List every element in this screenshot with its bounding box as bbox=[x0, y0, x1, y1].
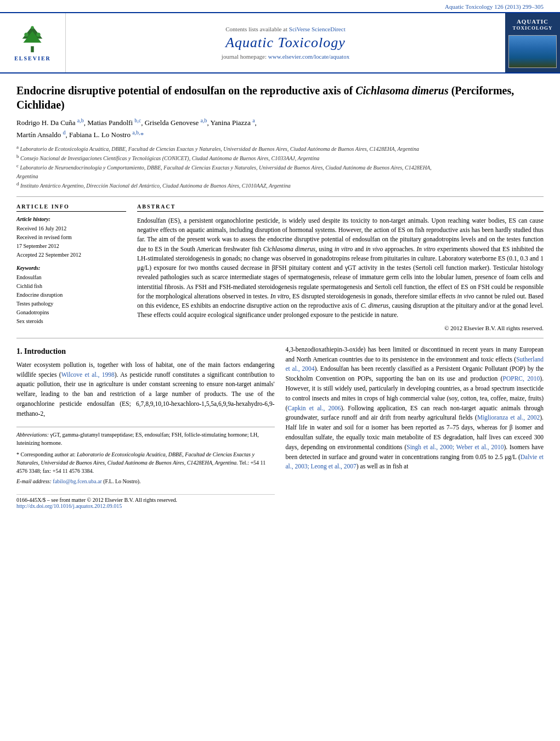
sciverse-line: Contents lists available at SciVerse Sci… bbox=[225, 26, 345, 32]
footnote-email: E-mail address: fabilo@bg.fcen.uba.ar (F… bbox=[16, 477, 275, 485]
received-date: Received 16 July 2012 bbox=[16, 225, 66, 231]
keywords-list: Endosulfan Cichlid fish Endocrine disrup… bbox=[16, 273, 126, 326]
journal-reference: Aquatic Toxicology 126 (2013) 299–305 bbox=[445, 3, 544, 10]
keyword-2: Cichlid fish bbox=[16, 283, 42, 289]
received-revised-label: Received in revised form bbox=[16, 234, 72, 240]
keyword-6: Sex steroids bbox=[16, 318, 43, 324]
copyright: © 2012 Elsevier B.V. All rights reserved… bbox=[137, 325, 544, 331]
doi-link[interactable]: http://dx.doi.org/10.1016/j.aquatox.2012… bbox=[16, 503, 275, 509]
ref-poprc: POPRC, 2010 bbox=[503, 375, 540, 382]
col-left-body: Water ecosystem pollution is, together w… bbox=[16, 360, 275, 419]
svg-point-3 bbox=[25, 33, 29, 37]
accepted-date: Accepted 22 September 2012 bbox=[16, 252, 81, 258]
journal-cover-image bbox=[508, 35, 557, 68]
col-right-body: 4,3-benzodioxathiepin-3-oxide) has been … bbox=[286, 345, 544, 472]
column-right: 4,3-benzodioxathiepin-3-oxide) has been … bbox=[286, 345, 544, 509]
svg-rect-0 bbox=[31, 47, 35, 53]
footnote-abbreviations: Abbreviations: γGT, gamma-glutamyl trans… bbox=[16, 431, 275, 447]
abstract-heading: ABSTRACT bbox=[137, 203, 544, 212]
article-history-items: Received 16 July 2012 Received in revise… bbox=[16, 224, 126, 259]
footnote-area: Abbreviations: γGT, gamma-glutamyl trans… bbox=[16, 427, 275, 485]
journal-header: ELSEVIER Contents lists available at Sci… bbox=[0, 12, 560, 73]
article-info-heading: ARTICLE INFO bbox=[16, 203, 126, 212]
keyword-5: Gonadotropins bbox=[16, 309, 49, 315]
elsevier-tree-icon bbox=[16, 24, 49, 54]
section1-heading: 1. Introduction bbox=[16, 347, 275, 356]
abstract-text: Endosulfan (ES), a persistent organochlo… bbox=[137, 216, 544, 320]
paper-title: Endocrine disruptive potential of endosu… bbox=[16, 83, 544, 112]
ref-miglioranza: Miglioranza et al., 2002 bbox=[477, 414, 540, 421]
main-columns: 1. Introduction Water ecosystem pollutio… bbox=[16, 345, 544, 509]
article-body: ARTICLE INFO Article history: Received 1… bbox=[16, 203, 544, 331]
sciverse-link[interactable]: SciVerse ScienceDirect bbox=[289, 26, 346, 32]
ref-wilcove: Wilcove et al., 1998 bbox=[61, 371, 115, 378]
journal-center: Contents lists available at SciVerse Sci… bbox=[66, 13, 505, 72]
journal-title: Aquatic Toxicology bbox=[225, 35, 346, 51]
email-link[interactable]: fabilo@bg.fcen.uba.ar bbox=[53, 478, 101, 484]
homepage-url[interactable]: www.elsevier.com/locate/aquatox bbox=[268, 53, 349, 60]
svg-point-4 bbox=[37, 33, 41, 37]
keyword-1: Endosulfan bbox=[16, 274, 42, 280]
svg-point-5 bbox=[31, 26, 35, 30]
ref-singh: Singh et al., 2000; Weber et al., 2010 bbox=[406, 444, 504, 450]
abstract-section: ABSTRACT Endosulfan (ES), a persistent o… bbox=[137, 203, 544, 331]
logo-toxicology: toxicology bbox=[513, 25, 553, 32]
elsevier-label: ELSEVIER bbox=[14, 55, 51, 61]
journal-homepage: journal homepage: www.elsevier.com/locat… bbox=[222, 53, 349, 60]
divider-1 bbox=[16, 196, 544, 197]
ref-dalvie: Dalvie et al., 2003; Leong et al., 2007 bbox=[286, 454, 544, 470]
homepage-text: journal homepage: bbox=[222, 53, 267, 60]
elsevier-logo: ELSEVIER bbox=[0, 13, 66, 72]
footnote-corresponding: * Corresponding author at: Laboratorio d… bbox=[16, 450, 275, 475]
top-bar: Aquatic Toxicology 126 (2013) 299–305 bbox=[0, 0, 560, 12]
ref-capkin: Capkin et al., 2006 bbox=[287, 405, 341, 411]
revised-date: 17 September 2012 bbox=[16, 243, 59, 249]
sciverse-text: Contents lists available at bbox=[225, 26, 287, 32]
article-history-heading: Article history: bbox=[16, 216, 126, 222]
affiliations: a Laboratorio de Ecotoxicología Acuática… bbox=[16, 144, 544, 190]
keyword-3: Endocrine disruption bbox=[16, 292, 63, 298]
logo-aquatic: aquatic bbox=[513, 18, 553, 25]
page: Aquatic Toxicology 126 (2013) 299–305 EL… bbox=[0, 0, 560, 741]
divider-2 bbox=[16, 338, 544, 338]
authors: Rodrigo H. Da Cuña a,b, Matias Pandolfi … bbox=[16, 116, 544, 140]
bottom-bar: 0166-445X/$ – see front matter © 2012 El… bbox=[16, 494, 275, 503]
bottom-copyright: 0166-445X/$ – see front matter © 2012 El… bbox=[16, 497, 177, 503]
column-left: 1. Introduction Water ecosystem pollutio… bbox=[16, 345, 275, 509]
article-info: ARTICLE INFO Article history: Received 1… bbox=[16, 203, 126, 331]
doi-url[interactable]: http://dx.doi.org/10.1016/j.aquatox.2012… bbox=[16, 503, 122, 509]
logo-badge: aquatic toxicology bbox=[513, 18, 553, 32]
keyword-4: Testes pathology bbox=[16, 301, 53, 307]
ref-sutherland: Sutherland et al., 2004 bbox=[286, 356, 544, 372]
journal-logo: aquatic toxicology bbox=[505, 13, 560, 72]
paper-content: Endocrine disruptive potential of endosu… bbox=[0, 73, 560, 519]
keywords-heading: Keywords: bbox=[16, 265, 126, 271]
